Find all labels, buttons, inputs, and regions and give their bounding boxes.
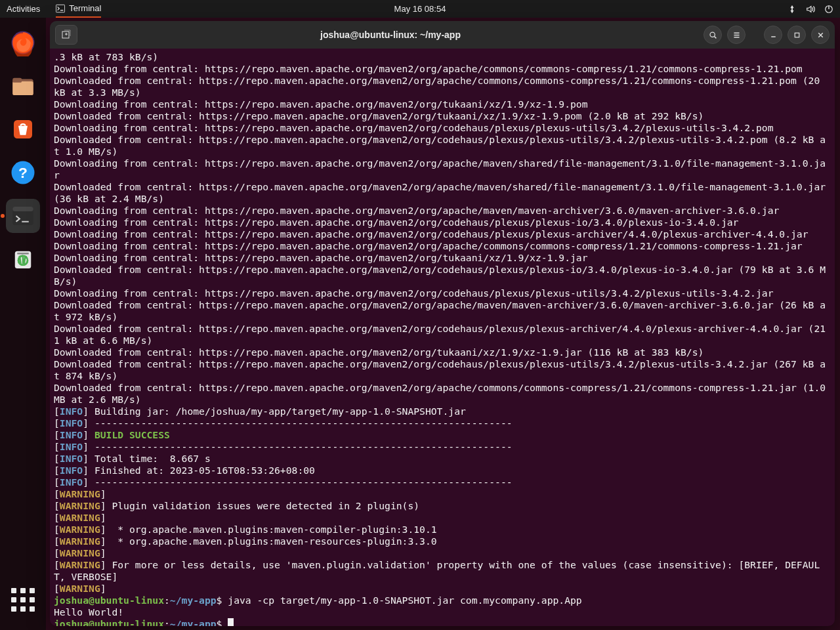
svg-line-16 [714,36,716,38]
dock-terminal[interactable] [6,199,40,233]
minimize-button[interactable] [764,26,782,44]
dock-help[interactable]: ? [6,156,40,190]
svg-rect-11 [12,207,33,211]
svg-rect-14 [62,32,69,38]
clock[interactable]: May 16 08:54 [394,4,446,14]
svg-rect-0 [56,5,65,12]
hamburger-icon [732,31,741,39]
top-panel: Activities Terminal May 16 08:54 [0,0,840,18]
close-button[interactable] [811,26,830,44]
window-title: joshua@ubuntu-linux: ~/my-app [81,30,700,40]
terminal-icon [56,4,65,13]
svg-rect-5 [12,81,33,95]
apps-grid-icon [11,588,35,612]
new-tab-button[interactable] [55,25,77,45]
maximize-icon [793,31,801,39]
activities-button[interactable]: Activities [7,4,40,14]
titlebar[interactable]: joshua@ubuntu-linux: ~/my-app [50,21,835,49]
dock-show-apps[interactable] [6,583,40,617]
dock: ? [0,18,46,630]
svg-rect-6 [12,78,22,83]
active-app-label: Terminal [69,3,101,13]
power-icon[interactable] [824,5,833,14]
dock-firefox[interactable] [6,26,40,60]
search-button[interactable] [704,26,722,44]
dock-trash[interactable] [6,242,40,276]
minimize-icon [769,31,778,39]
svg-text:?: ? [18,164,28,181]
dock-software[interactable] [6,112,40,146]
svg-rect-18 [795,33,799,37]
new-tab-icon [61,30,72,40]
close-icon [816,31,825,39]
menu-button[interactable] [727,26,746,44]
network-icon[interactable] [788,5,797,14]
dock-files[interactable] [6,69,40,103]
svg-point-15 [710,32,715,37]
maximize-button[interactable] [788,26,806,44]
terminal-body[interactable]: .3 kB at 783 kB/s)Downloading from centr… [50,49,835,626]
volume-icon[interactable] [806,5,815,14]
active-app-indicator[interactable]: Terminal [56,0,101,18]
terminal-window: joshua@ubuntu-linux: ~/my-app .3 kB at 7… [50,21,835,626]
search-icon [709,31,717,39]
